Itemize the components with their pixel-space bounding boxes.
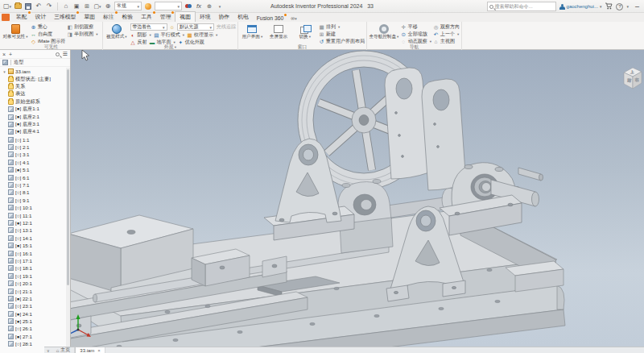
browser-close-icon[interactable]: ×: [2, 52, 6, 57]
half-section-button[interactable]: ◨半剖视图: [67, 31, 97, 37]
ribbon-tab-视图[interactable]: 视图: [175, 11, 196, 22]
switch-windows-button[interactable]: 切换: [292, 23, 317, 44]
visual-style-button[interactable]: 视觉样式: [105, 23, 129, 44]
ribbon-tab-标注[interactable]: 标注: [99, 12, 118, 22]
browser-add-icon[interactable]: +: [9, 52, 12, 57]
file-menu-button[interactable]: [2, 14, 10, 21]
user-interface-button[interactable]: 用户界面: [240, 23, 265, 44]
viewcube[interactable]: 前 右 上: [624, 68, 642, 89]
tree-item[interactable]: [○] 20:1: [0, 280, 66, 287]
select-icon[interactable]: ▢▾: [93, 2, 101, 10]
tree-item[interactable]: [○] 4:1: [0, 159, 66, 166]
tree-item[interactable]: [○] 2:1: [0, 143, 66, 151]
navigation-wheel-button[interactable]: 全导航控制盘: [369, 23, 399, 44]
tree-item[interactable]: 关系: [0, 83, 66, 90]
tree-item[interactable]: [○] 7:1: [0, 181, 66, 189]
arrange-button[interactable]: ▦排列: [319, 23, 365, 30]
browser-scrollbar-thumb[interactable]: [67, 69, 69, 285]
parameters-fx-button[interactable]: fx: [195, 2, 203, 10]
browser-search-icon[interactable]: [56, 52, 60, 56]
tree-item[interactable]: [○] 26:1: [0, 325, 66, 332]
cart-icon[interactable]: [605, 2, 613, 10]
minimize-button[interactable]: –: [632, 2, 642, 10]
section-view-button[interactable]: ◧剖切观察: [67, 23, 97, 30]
textures-button[interactable]: ▦纹理显示: [187, 31, 217, 38]
tree-item[interactable]: [○] 13:1: [0, 226, 66, 234]
ribbon-tab-三维模型[interactable]: 三维模型: [50, 12, 80, 22]
tree-item[interactable]: 原始坐标系: [0, 98, 66, 106]
qat-customize-icon[interactable]: ▾: [216, 2, 224, 10]
update-icon[interactable]: ⊞: [83, 2, 91, 10]
tree-item[interactable]: [●] 12:1: [0, 219, 66, 226]
tree-item[interactable]: [○] 11:1: [0, 211, 66, 218]
tree-item[interactable]: ▾33.iam: [0, 68, 66, 75]
tree-item[interactable]: [●] 底座2:1: [0, 113, 66, 120]
appearance-combo[interactable]: ▾: [155, 2, 182, 10]
help-search-input[interactable]: 搜索帮助和命令...: [487, 2, 556, 11]
ribbon-tab-管理[interactable]: 管理: [156, 12, 175, 22]
look-at-button[interactable]: ◎观察方向: [433, 23, 460, 30]
tree-item[interactable]: 表达: [0, 90, 66, 98]
tree-item[interactable]: [●] 底座3:1: [0, 121, 66, 128]
tree-item[interactable]: [●] 25:1: [0, 318, 66, 325]
document-tab-33iam[interactable]: 33.iam ×: [75, 347, 105, 353]
tree-item[interactable]: [○] 8:1: [0, 189, 66, 196]
new-file-icon[interactable]: ▢▾: [3, 2, 11, 10]
tree-item[interactable]: [○] 14:1: [0, 235, 66, 242]
open-file-icon[interactable]: [14, 2, 22, 10]
tree-item[interactable]: [●] 底座4:1: [0, 128, 66, 135]
undo-icon[interactable]: ↶: [35, 2, 43, 10]
close-tab-icon[interactable]: ×: [97, 348, 101, 353]
fusion360-logo-icon[interactable]: ∞▾: [287, 15, 300, 22]
zoom-all-button[interactable]: ⊙全部缩放: [401, 31, 431, 37]
orthographic-button[interactable]: ▤平行模式: [154, 31, 184, 38]
degrees-of-freedom-button[interactable]: ↔自由度: [31, 31, 65, 37]
browser-scrollbar[interactable]: [66, 68, 70, 353]
browser-menu-icon[interactable]: ☰: [63, 51, 68, 57]
tree-item[interactable]: [●] 5:1: [0, 166, 66, 173]
tree-item[interactable]: [●] 15:1: [0, 242, 66, 249]
tree-item[interactable]: [●] 27:1: [0, 333, 66, 340]
browser-pane-title[interactable]: 造型: [14, 59, 23, 66]
ribbon-tab-检验[interactable]: 检验: [118, 12, 138, 22]
tree-item[interactable]: [●] 24:1: [0, 310, 66, 318]
full-screen-button[interactable]: 全屏显示: [266, 23, 291, 44]
shadows-button[interactable]: ◐阴影: [130, 31, 151, 38]
tree-item[interactable]: [○] 21:1: [0, 287, 66, 294]
home-tab[interactable]: ⌂ 主页: [52, 347, 76, 353]
center-of-gravity-button[interactable]: ⊕重心: [31, 23, 65, 30]
pan-button[interactable]: ✛平移: [401, 23, 431, 30]
ribbon-tab-设计[interactable]: 设计: [31, 12, 51, 22]
ribbon-tab-环境[interactable]: 环境: [196, 12, 215, 22]
previous-view-button[interactable]: ↶上一个: [433, 31, 460, 37]
tree-item[interactable]: [●] 底座1:1: [0, 106, 66, 113]
tree-item[interactable]: [○] 10:1: [0, 204, 66, 211]
tree-item[interactable]: 模型状态: [主要]: [0, 75, 66, 82]
ribbon-tab-机电[interactable]: 机电: [233, 12, 253, 22]
return-icon[interactable]: ▣: [72, 2, 80, 10]
redo-icon[interactable]: ↷: [45, 2, 53, 10]
connecting-rod-plates[interactable]: [385, 68, 466, 190]
tree-item[interactable]: [○] 17:1: [0, 257, 66, 264]
tab-list-chevron-icon[interactable]: ∨: [44, 347, 52, 353]
tree-item[interactable]: [○] 16:1: [0, 249, 66, 256]
ribbon-tab-Fusion 360[interactable]: Fusion 360: [253, 15, 288, 22]
tree-item[interactable]: [●] 22:1: [0, 295, 66, 302]
lighting-combo[interactable]: 默认光源▾: [177, 23, 214, 31]
ribbon-tab-工具[interactable]: 工具: [137, 12, 156, 22]
ribbon-tab-装配[interactable]: 装配: [12, 12, 31, 22]
ribbon-tab-协作[interactable]: 协作: [215, 12, 234, 22]
home-icon[interactable]: ⌂: [62, 2, 70, 10]
visual-style-combo[interactable]: 带边着色▾: [130, 23, 167, 31]
new-window-button[interactable]: ⊞新建: [319, 31, 365, 37]
gear-icon[interactable]: ⊕: [104, 2, 112, 10]
tree-item[interactable]: [○] 9:1: [0, 197, 66, 204]
graphics-viewport[interactable]: 前 右 上: [71, 50, 644, 347]
a-frame-support-left[interactable]: [264, 139, 354, 240]
help-icon[interactable]: ?: [616, 3, 623, 10]
save-icon[interactable]: [24, 2, 32, 10]
user-account-button[interactable]: gaochenghui...▾: [559, 4, 602, 10]
tree-item[interactable]: [○] 18:1: [0, 264, 66, 272]
tree-item[interactable]: [○] 6:1: [0, 173, 66, 181]
object-visibility-button[interactable]: 对象可见性: [2, 23, 29, 44]
